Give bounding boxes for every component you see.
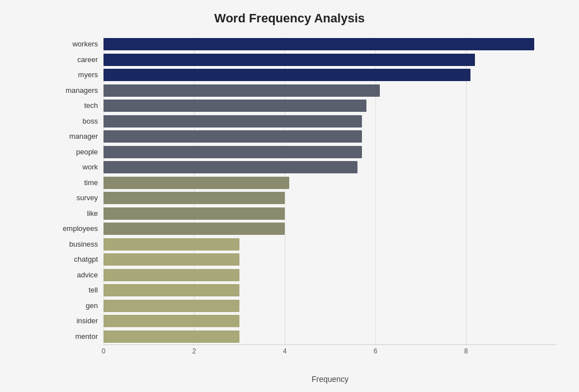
x-tick: 0 <box>102 347 106 355</box>
bar-row: gen <box>56 299 557 313</box>
bar-wrapper <box>103 314 557 328</box>
bar <box>103 100 366 112</box>
bar-label: employees <box>56 224 103 233</box>
bar <box>103 223 285 235</box>
bar-wrapper <box>103 329 557 344</box>
bar-label: tech <box>56 101 103 110</box>
x-tick: 2 <box>192 347 196 355</box>
bar-label: like <box>56 209 103 218</box>
bar-label: tell <box>56 286 103 294</box>
bar-row: career <box>56 53 557 67</box>
bar-row: tell <box>56 283 557 297</box>
bar-row: chatgpt <box>56 252 557 267</box>
bar <box>103 253 239 266</box>
bar-label: gen <box>56 301 103 310</box>
bar-wrapper <box>103 237 557 252</box>
bar <box>103 115 362 127</box>
bar-row: insider <box>56 314 557 328</box>
bar-wrapper <box>103 114 557 129</box>
bar-wrapper <box>103 53 557 67</box>
x-tick: 8 <box>464 347 468 355</box>
bar <box>103 284 239 296</box>
bar-wrapper <box>103 83 557 98</box>
bar <box>103 130 362 143</box>
bar <box>103 38 534 50</box>
bar-wrapper <box>103 98 557 113</box>
bar-row: people <box>56 145 557 159</box>
bar-label: chatgpt <box>56 255 103 263</box>
bar-row: survey <box>56 191 557 205</box>
bar-wrapper <box>103 160 557 174</box>
bar-wrapper <box>103 37 557 51</box>
bar-wrapper <box>103 221 557 236</box>
bar-label: advice <box>56 271 103 279</box>
bar-row: manager <box>56 129 557 144</box>
bar-wrapper <box>103 268 557 282</box>
bar-label: people <box>56 148 103 156</box>
bar-wrapper <box>103 129 557 144</box>
chart-container: Word Frequency Analysis workerscareermye… <box>0 0 579 392</box>
bar-label: survey <box>56 193 103 202</box>
x-axis: 02468 <box>103 344 557 361</box>
x-tick: 6 <box>374 347 378 355</box>
bar <box>103 69 470 81</box>
bar <box>103 84 380 97</box>
bar-row: boss <box>56 114 557 129</box>
bar <box>103 161 357 173</box>
bar-wrapper <box>103 145 557 159</box>
x-axis-label: Frequency <box>103 375 557 384</box>
bar-row: employees <box>56 221 557 236</box>
chart-title: Word Frequency Analysis <box>56 11 557 26</box>
bar-label: manager <box>56 132 103 140</box>
bar-label: myers <box>56 70 103 79</box>
bar-label: time <box>56 178 103 187</box>
bar <box>103 330 239 343</box>
bar-label: boss <box>56 117 103 125</box>
bars-area: workerscareermyersmanagerstechbossmanage… <box>56 37 557 344</box>
bar <box>103 300 239 312</box>
bar <box>103 269 239 281</box>
bar-wrapper <box>103 299 557 313</box>
bar-row: managers <box>56 83 557 98</box>
bar-wrapper <box>103 68 557 82</box>
bar-wrapper <box>103 206 557 221</box>
bar <box>103 315 239 327</box>
bar-label: insider <box>56 317 103 325</box>
bar-label: managers <box>56 86 103 95</box>
bar-row: mentor <box>56 329 557 344</box>
bar-row: work <box>56 160 557 174</box>
bar-label: work <box>56 163 103 171</box>
bar <box>103 207 285 220</box>
bar <box>103 177 289 189</box>
bar <box>103 238 239 251</box>
bar-row: advice <box>56 268 557 282</box>
x-tick: 4 <box>283 347 287 355</box>
bar-label: mentor <box>56 332 103 341</box>
bar-row: like <box>56 206 557 221</box>
bar-wrapper <box>103 176 557 190</box>
bar-wrapper <box>103 252 557 267</box>
bar-wrapper <box>103 283 557 297</box>
bar <box>103 54 475 66</box>
bar-row: workers <box>56 37 557 51</box>
bar-label: workers <box>56 40 103 48</box>
bar-row: tech <box>56 98 557 113</box>
bar-row: time <box>56 176 557 190</box>
bar <box>103 146 362 158</box>
bar-label: career <box>56 55 103 64</box>
bar <box>103 192 285 204</box>
bar-row: myers <box>56 68 557 82</box>
bar-wrapper <box>103 191 557 205</box>
bar-label: business <box>56 240 103 248</box>
bar-row: business <box>56 237 557 252</box>
